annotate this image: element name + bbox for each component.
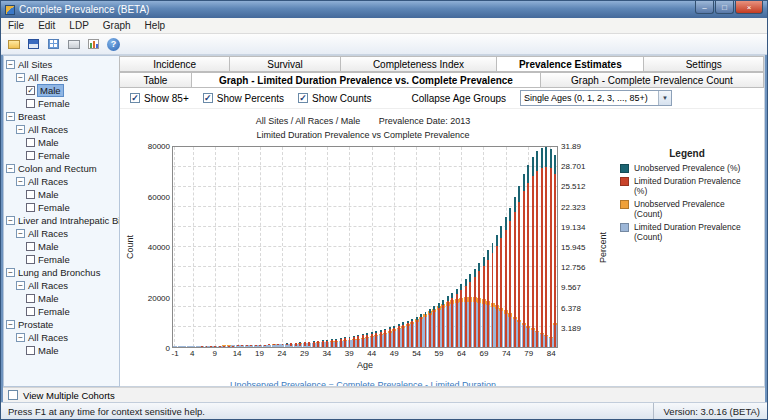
maximize-button[interactable]: □: [715, 1, 734, 14]
chart-footnote[interactable]: Unobserved Prevalence = Complete Prevale…: [120, 380, 606, 386]
checkbox[interactable]: [26, 99, 35, 108]
window-title: Complete Prevalence (BETA): [19, 4, 691, 15]
age-groups-select[interactable]: Single Ages (0, 1, 2, 3, ..., 85+) ▼: [520, 90, 672, 106]
tree-item-all-races[interactable]: −All Races: [4, 331, 119, 344]
chart-icon[interactable]: [85, 36, 102, 52]
collapse-icon[interactable]: −: [6, 268, 15, 277]
menu-ldp[interactable]: LDP: [62, 18, 95, 33]
chevron-down-icon[interactable]: ▼: [658, 91, 671, 105]
collapse-icon[interactable]: −: [6, 60, 15, 69]
save-icon[interactable]: [25, 36, 42, 52]
checkbox-show-85[interactable]: ✓Show 85+: [130, 93, 189, 104]
tree-item-male[interactable]: Male: [4, 292, 119, 305]
tree-item-all-races[interactable]: −All Races: [4, 175, 119, 188]
tree-item-female[interactable]: Female: [4, 149, 119, 162]
status-version: Version: 3.0.16 (BETA): [653, 403, 760, 419]
chart-controls: ✓Show 85+✓Show Percents✓Show Counts Coll…: [120, 88, 764, 109]
minimize-button[interactable]: –: [695, 1, 714, 14]
view-multiple-cohorts-label: View Multiple Cohorts: [23, 390, 115, 401]
subtab-table[interactable]: Table: [119, 72, 192, 88]
chart-date-label: Prevalence Date: 2013: [379, 116, 471, 126]
tree-item-all-sites[interactable]: −All Sites: [4, 58, 119, 71]
tree-item-male[interactable]: Male: [4, 188, 119, 201]
tree-item-all-races[interactable]: −All Races: [4, 123, 119, 136]
checkbox[interactable]: [26, 346, 35, 355]
checkbox[interactable]: [26, 138, 35, 147]
status-help-text: Press F1 at any time for context sensiti…: [8, 406, 205, 417]
sub-tabs: TableGraph - Limited Duration Prevalence…: [120, 72, 764, 88]
checkbox-show-percents[interactable]: ✓Show Percents: [203, 93, 284, 104]
collapse-icon[interactable]: −: [16, 73, 25, 82]
app-icon: [5, 5, 15, 15]
collapse-icon[interactable]: −: [16, 229, 25, 238]
legend-swatch: [620, 200, 629, 209]
legend-swatch: [620, 164, 629, 173]
checkbox[interactable]: ✓: [26, 86, 35, 95]
chart-cohort-label: All Sites / All Races / Male: [256, 116, 361, 126]
checkbox[interactable]: [26, 151, 35, 160]
tree-item-male[interactable]: Male: [4, 136, 119, 149]
x-axis-row: -149141924293439444954596469747984: [124, 349, 758, 359]
show-options: ✓Show 85+✓Show Percents✓Show Counts: [130, 93, 372, 104]
y-axis-left-title: Count: [124, 146, 136, 348]
menu-bar: FileEditLDPGraphHelp: [1, 18, 767, 34]
chart-subtitle: All Sites / All Races / Male Prevalence …: [120, 116, 606, 126]
tree-item-male[interactable]: Male: [4, 240, 119, 253]
tab-prevalence-estimates[interactable]: Prevalence Estimates: [496, 56, 644, 72]
tree-item-prostate[interactable]: −Prostate: [4, 318, 119, 331]
print-icon[interactable]: [65, 36, 82, 52]
tree-item-male[interactable]: Male: [4, 344, 119, 357]
tab-settings[interactable]: Settings: [643, 56, 764, 72]
view-multiple-cohorts-checkbox[interactable]: [8, 390, 18, 400]
legend-swatch: [620, 177, 629, 186]
menu-help[interactable]: Help: [138, 18, 173, 33]
checkbox[interactable]: [26, 294, 35, 303]
tree-item-all-races[interactable]: −All Races: [4, 71, 119, 84]
collapse-icon[interactable]: −: [6, 320, 15, 329]
bars: [173, 147, 557, 347]
tab-survival[interactable]: Survival: [229, 56, 340, 72]
tree-item-female[interactable]: Female: [4, 253, 119, 266]
tree-item-all-races[interactable]: −All Races: [4, 227, 119, 240]
collapse-icon[interactable]: −: [16, 125, 25, 134]
checkbox[interactable]: [26, 242, 35, 251]
subtab-graph-limited-duration-prevalence-vs-complete-prevalence[interactable]: Graph - Limited Duration Prevalence vs. …: [191, 72, 541, 88]
collapse-icon[interactable]: −: [16, 177, 25, 186]
tree-item-lung-and-bronchus[interactable]: −Lung and Bronchus: [4, 266, 119, 279]
tree-item-liver-and-intrahepatic-bile-duct[interactable]: −Liver and Intrahepatic Bile Duct: [4, 214, 119, 227]
menu-edit[interactable]: Edit: [31, 18, 62, 33]
subtab-graph-complete-prevalence-count[interactable]: Graph - Complete Prevalence Count: [540, 72, 764, 88]
main-tabs: IncidenceSurvivalCompleteness IndexPreva…: [120, 56, 764, 72]
open-icon[interactable]: [5, 36, 22, 52]
age-groups-select-value: Single Ages (0, 1, 2, 3, ..., 85+): [521, 93, 658, 103]
tree-item-colon-and-rectum[interactable]: −Colon and Rectum: [4, 162, 119, 175]
checkbox[interactable]: [26, 190, 35, 199]
tree-item-female[interactable]: Female: [4, 201, 119, 214]
view-multiple-cohorts[interactable]: View Multiple Cohorts: [3, 387, 765, 402]
menu-graph[interactable]: Graph: [96, 18, 138, 33]
checkbox[interactable]: [26, 255, 35, 264]
collapse-icon[interactable]: −: [16, 281, 25, 290]
tree-item-breast[interactable]: −Breast: [4, 110, 119, 123]
checkbox-show-counts[interactable]: ✓Show Counts: [298, 93, 371, 104]
checkbox[interactable]: [26, 203, 35, 212]
legend-title: Legend: [620, 148, 754, 159]
legend-entries: Unobserved Prevalence (%)Limited Duratio…: [620, 163, 754, 242]
tree-item-female[interactable]: Female: [4, 305, 119, 318]
title-bar[interactable]: Complete Prevalence (BETA) –□×: [1, 1, 767, 18]
tab-completeness-index[interactable]: Completeness Index: [340, 56, 497, 72]
help-icon[interactable]: [105, 36, 122, 52]
close-button[interactable]: ×: [735, 1, 763, 14]
collapse-icon[interactable]: −: [16, 333, 25, 342]
matrix-icon[interactable]: [45, 36, 62, 52]
tab-incidence[interactable]: Incidence: [119, 56, 230, 72]
tree-item-female[interactable]: Female: [4, 97, 119, 110]
tree-item-male[interactable]: ✓Male: [4, 84, 119, 97]
checkbox[interactable]: [26, 307, 35, 316]
collapse-icon[interactable]: −: [6, 216, 15, 225]
collapse-icon[interactable]: −: [6, 164, 15, 173]
menu-file[interactable]: File: [1, 18, 31, 33]
tree-item-all-races[interactable]: −All Races: [4, 279, 119, 292]
collapse-icon[interactable]: −: [6, 112, 15, 121]
y-axis-left-labels: 020000400006000080000: [136, 146, 172, 348]
